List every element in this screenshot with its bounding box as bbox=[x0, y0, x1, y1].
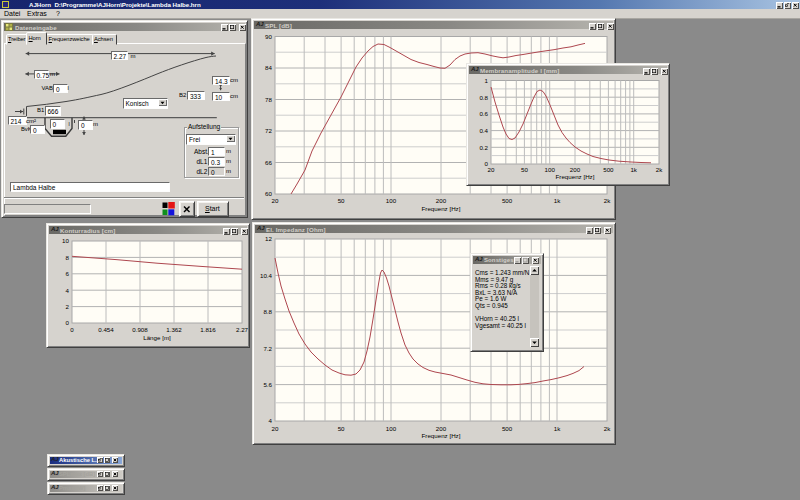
svg-text:100: 100 bbox=[545, 166, 556, 173]
svg-text:0: 0 bbox=[66, 319, 70, 326]
svg-text:50: 50 bbox=[338, 197, 345, 204]
svg-text:66: 66 bbox=[265, 159, 272, 166]
svg-text:1: 1 bbox=[485, 77, 489, 84]
svg-text:1.362: 1.362 bbox=[166, 326, 182, 333]
svg-text:0.908: 0.908 bbox=[132, 326, 148, 333]
svg-text:2k: 2k bbox=[604, 425, 611, 432]
svg-text:0.2: 0.2 bbox=[479, 144, 488, 151]
svg-text:2.27: 2.27 bbox=[236, 326, 249, 333]
svg-text:0.4: 0.4 bbox=[479, 127, 488, 134]
svg-text:500: 500 bbox=[603, 166, 614, 173]
svg-text:10: 10 bbox=[62, 237, 69, 244]
svg-text:4: 4 bbox=[66, 287, 70, 294]
svg-text:2k: 2k bbox=[656, 166, 663, 173]
svg-text:Länge [m]: Länge [m] bbox=[143, 334, 171, 341]
svg-text:2: 2 bbox=[66, 303, 70, 310]
svg-text:6: 6 bbox=[66, 270, 70, 277]
svg-text:4: 4 bbox=[269, 417, 273, 424]
svg-text:Frequenz [Hz]: Frequenz [Hz] bbox=[556, 173, 595, 180]
svg-text:8: 8 bbox=[66, 254, 70, 261]
svg-text:1k: 1k bbox=[630, 166, 637, 173]
svg-text:Frequenz [Hz]: Frequenz [Hz] bbox=[422, 205, 461, 212]
svg-text:0.6: 0.6 bbox=[479, 110, 488, 117]
svg-text:50: 50 bbox=[521, 166, 528, 173]
svg-text:20: 20 bbox=[272, 425, 279, 432]
svg-text:20: 20 bbox=[488, 166, 495, 173]
svg-text:78: 78 bbox=[265, 96, 272, 103]
svg-text:Frequenz [Hz]: Frequenz [Hz] bbox=[422, 432, 461, 439]
svg-text:1k: 1k bbox=[554, 197, 561, 204]
svg-text:2k: 2k bbox=[604, 197, 611, 204]
svg-text:1.816: 1.816 bbox=[200, 326, 216, 333]
svg-text:90: 90 bbox=[265, 33, 272, 40]
svg-text:200: 200 bbox=[436, 425, 447, 432]
svg-text:200: 200 bbox=[436, 197, 447, 204]
svg-text:84: 84 bbox=[265, 64, 272, 71]
svg-text:200: 200 bbox=[570, 166, 581, 173]
svg-text:0.8: 0.8 bbox=[479, 94, 488, 101]
svg-text:20: 20 bbox=[272, 197, 279, 204]
svg-text:5.6: 5.6 bbox=[263, 381, 272, 388]
svg-text:50: 50 bbox=[338, 425, 345, 432]
svg-text:0: 0 bbox=[70, 326, 74, 333]
svg-text:500: 500 bbox=[502, 197, 513, 204]
svg-text:1k: 1k bbox=[554, 425, 561, 432]
svg-text:100: 100 bbox=[386, 425, 397, 432]
svg-text:100: 100 bbox=[386, 197, 397, 204]
svg-text:7.2: 7.2 bbox=[263, 345, 272, 352]
svg-text:72: 72 bbox=[265, 127, 272, 134]
svg-text:8.8: 8.8 bbox=[263, 308, 272, 315]
svg-text:0.454: 0.454 bbox=[98, 326, 114, 333]
svg-text:500: 500 bbox=[502, 425, 513, 432]
svg-text:10.4: 10.4 bbox=[260, 272, 273, 279]
svg-text:12: 12 bbox=[265, 235, 272, 242]
